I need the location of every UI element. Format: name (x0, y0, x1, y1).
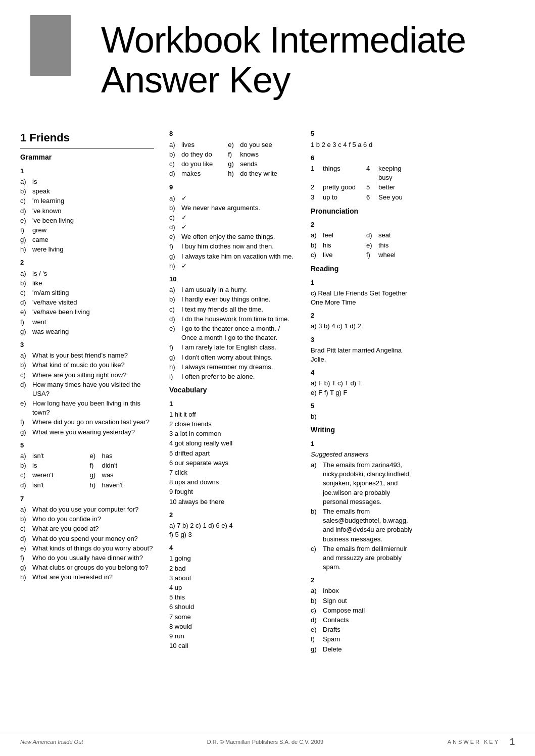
q6-grid-row: 3 up to 6 See you (311, 193, 417, 203)
answer-item: 8 would (169, 622, 296, 631)
answer-item: 9 run (169, 632, 296, 641)
answer-item: 2 pretty good (311, 183, 361, 192)
answer-item: e)How long have you been living in this … (20, 399, 154, 417)
answer-text: grew (32, 226, 46, 235)
answer-text: were living (32, 245, 63, 254)
answer-item: e)I go to the theater once a month. / On… (169, 324, 296, 342)
answer-label: a) (311, 461, 321, 507)
wq1-number: 1 (311, 439, 417, 448)
pq2-answers: a) feel d) seat b) his e) this c) live f… (311, 231, 417, 260)
answer-item: g)What clubs or groups do you belong to? (20, 563, 154, 572)
answer-item: f) wheel (366, 250, 417, 260)
footer-center: D.R. © Macmillan Publishers S.A. de C.V.… (207, 738, 323, 746)
answer-item: g)Delete (311, 645, 417, 654)
answer-item: 4 got along really well (169, 439, 296, 448)
answer-label: g) (169, 353, 179, 362)
answer-item: c)do you like (169, 160, 213, 169)
rq3-text: Brad Pitt later married Angelina Jolie. (311, 346, 417, 364)
answer-item: 6 should (169, 602, 296, 612)
answer-label: e) (20, 308, 30, 317)
q7-answers: a)What do you use your computer for?b)Wh… (20, 505, 154, 582)
answer-text: ✓ (181, 213, 187, 222)
answer-label: d) (169, 169, 179, 178)
answer-text: Compose mail (323, 606, 365, 615)
answer-item: h) haven't (90, 481, 155, 490)
answer-item: 4 keeping busy (366, 164, 417, 182)
answer-item: g) was (90, 471, 155, 480)
answer-text: I always remember my dreams. (181, 363, 273, 372)
answer-label: a) (20, 505, 30, 514)
answer-item: h)I always remember my dreams. (169, 363, 296, 372)
vq1-number: 1 (169, 399, 296, 409)
answer-label: h) (20, 573, 30, 582)
answer-label: f) (228, 150, 238, 159)
answer-item: b)do they do (169, 150, 213, 159)
answer-item: h)were living (20, 245, 154, 254)
answer-label: d) (169, 223, 179, 232)
wq1-suggested: Suggested answers (311, 450, 417, 459)
pq2-grid-row: b) his e) this (311, 241, 417, 250)
answer-label: h) (20, 245, 30, 254)
answer-item: 1 hit it off (169, 410, 296, 419)
q3-number: 3 (20, 340, 154, 349)
answer-text: What kind of music do you like? (32, 361, 125, 370)
answer-item: d)'ve known (20, 207, 154, 216)
answer-text: Where are you sitting right now? (32, 371, 126, 380)
answer-label: b) (169, 295, 179, 304)
answer-item: 2 bad (169, 564, 296, 573)
answer-item: a)The emails from zarina493, nicky.podol… (311, 461, 417, 507)
answer-item: d) seat (366, 231, 417, 240)
answer-text: knows (240, 150, 259, 159)
q5-grid-row: b) is f) didn't (20, 461, 154, 471)
answer-label: f) (20, 418, 30, 427)
answer-text: makes (181, 169, 201, 178)
answer-label: a) (311, 586, 321, 595)
section-divider (20, 148, 154, 148)
reading-title: Reading (311, 264, 417, 274)
wq2-number: 2 (311, 576, 417, 585)
answer-text: What were you wearing yesterday? (32, 428, 135, 437)
answer-label: b) (311, 507, 321, 544)
footer-left: New American Inside Out (20, 738, 83, 746)
answer-label: f) (311, 635, 321, 644)
answer-item: 5 better (366, 183, 417, 192)
answer-item: d)What do you spend your money on? (20, 534, 154, 543)
answer-item: b)What kind of music do you like? (20, 361, 154, 370)
answer-item: 1 going (169, 554, 296, 563)
answer-label: d) (20, 298, 30, 307)
rq4-text1: a) F b) T c) T d) T (311, 379, 417, 388)
answer-label: d) (20, 207, 30, 216)
answer-item: i)I often prefer to be alone. (169, 372, 296, 381)
answer-label: f) (169, 242, 179, 251)
answer-label: e) (169, 232, 179, 241)
column-2: 8 a)livesb)do they doc)do you liked)make… (162, 125, 303, 654)
header: Workbook Intermediate Answer Key (0, 0, 535, 115)
q6-grid-row: 2 pretty good 5 better (311, 183, 417, 192)
answer-item: b)The emails from sales@budgethotel, b.w… (311, 507, 417, 544)
answer-item: a)✓ (169, 194, 296, 203)
q2-number: 2 (20, 258, 154, 267)
answer-label: f) (20, 226, 30, 235)
pq2-number: 2 (311, 220, 417, 229)
q6-grid-row: 1 things 4 keeping busy (311, 164, 417, 183)
answer-label: a) (169, 140, 179, 149)
footer: New American Inside Out D.R. © Macmillan… (0, 733, 535, 748)
answer-item: d)'ve/have visited (20, 298, 154, 307)
answer-text: Drafts (323, 625, 341, 634)
answer-item: f)Spam (311, 635, 417, 644)
answer-label: a) (20, 269, 30, 278)
rq1-text: c) Real Life Friends Get Together One Mo… (311, 289, 417, 307)
answer-label: c) (311, 544, 321, 572)
answer-item: h)do they write (228, 169, 277, 178)
vocab-title: Vocabulary (169, 385, 296, 395)
answer-label: b) (169, 204, 179, 213)
answer-item: g)I always take him on vacation with me. (169, 252, 296, 261)
q8-answers: a)livesb)do they doc)do you liked)makes … (169, 140, 296, 179)
q1-answers: a)isb)speakc)'m learningd)'ve knowne)'ve… (20, 177, 154, 255)
answer-text: Delete (323, 645, 342, 654)
answer-text: sends (240, 160, 258, 169)
answer-item: a)What is your best friend's name? (20, 351, 154, 360)
answer-text: How many times have you visited the USA? (32, 380, 154, 398)
answer-text: I don't often worry about things. (181, 353, 273, 362)
q5-grid-row: a) isn't e) has (20, 451, 154, 461)
